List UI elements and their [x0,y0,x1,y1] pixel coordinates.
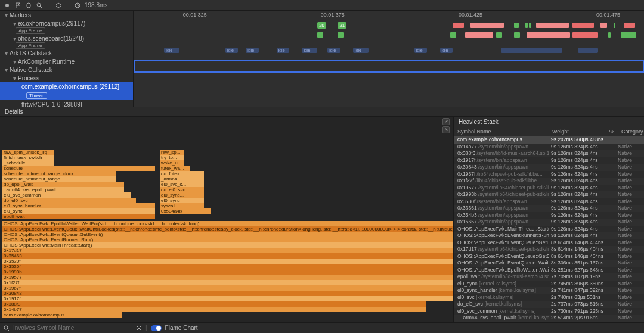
stack-row[interactable]: OHOS::AppExecFwk::EpollIoWaiter::WaitFor… [454,267,644,274]
flame-frame[interactable]: try_to... [160,155,184,160]
stack-row[interactable]: OHOS::AppExecFwk::EventRunner::Run() /sy… [454,232,644,239]
tree-row[interactable]: com.example.oxhorncampus [29112] [0,82,133,91]
flame-frame[interactable]: OHOS::AppExecFwk::MainThread::Start() [2,242,453,248]
flame-frame[interactable]: 0x14b77 [2,307,426,312]
timeline-bar[interactable] [572,23,594,28]
timeline-canvas[interactable]: 00:01.32500:01.37500:01.42500:01.475 202… [134,11,644,107]
flame-frame[interactable]: 0x35463 [2,253,453,259]
flame-frame[interactable]: el0_sync... [160,192,204,198]
stack-row[interactable]: epoll_wait /system/lib/ld-musl-aarch64.s… [454,273,644,281]
tree-row[interactable]: ▾Native Callstack [0,66,133,74]
app-frame-button[interactable]: App Frame [16,42,45,49]
flame-expand-icon[interactable]: ⤢ [442,118,450,125]
idle-bar[interactable]: idle [353,48,369,53]
flame-frame[interactable]: do_el0_svc [160,187,204,192]
timeline-bar[interactable] [600,23,606,28]
col-weight[interactable]: Weight [549,127,606,136]
tree-row[interactable]: ffrtwk/CPU-1-6 [29889] [0,100,133,107]
tree-row[interactable]: ▾Markers [0,11,133,19]
flame-frame[interactable]: wake_u... [160,160,184,166]
stack-row[interactable]: 0x15657 /system/bin/appspawn9s 126ms 824… [454,219,644,226]
timeline-bar[interactable] [614,23,615,28]
stack-row[interactable]: do_el0_svc [kernel.kallsyms]2s 737ms 973… [454,301,644,308]
flame-frame[interactable]: com.example.oxhorncampus [2,312,122,318]
symbol-search-input[interactable] [13,325,132,331]
timeline-bar[interactable] [624,23,635,28]
flag-icon[interactable] [14,2,21,9]
idle-bar[interactable]: idle [225,48,238,53]
stack-row[interactable]: 0x1967f /lib64/chipset-pub-sdk/libbe...9… [454,171,644,178]
app-frame-button[interactable]: App Frame [16,27,45,34]
stack-row[interactable]: __arm64_sys_epoll_pwait [kernel.kallsyms… [454,315,644,322]
tree-row[interactable]: ▾Process [0,74,133,82]
thread-button[interactable]: Thread [26,92,47,99]
stack-row[interactable]: OHOS::AppExecFwk::MainThread::Start() /s… [454,226,644,233]
stack-row[interactable]: OHOS::AppExecFwk::EventQueue::WaitUntilL… [454,260,644,267]
stack-row[interactable]: 0x33361 /system/bin/appspawn9s 126ms 824… [454,205,644,212]
process-tree[interactable]: ▾Markers▾ex.oxhorncampus(29117)App Frame… [0,11,134,107]
tree-row[interactable]: ▾ArkCompiler Runtime [0,57,133,66]
flame-frame[interactable]: _arm64_sys_epoll_pwait [2,187,124,192]
chevron-down-icon[interactable]: ▾ [13,58,18,65]
flame-frame[interactable]: _schedule [2,160,54,166]
tree-row[interactable]: ▾ex.oxhorncampus(29117) [0,19,133,27]
timeline-bar[interactable] [453,23,464,28]
flame-frame[interactable]: 0x1967f [2,285,453,291]
search-icon[interactable] [36,2,43,9]
stack-row[interactable]: 0x19577 /system/lib64/chipset-pub-sdk/li… [454,185,644,192]
stack-row[interactable]: OHOS::AppExecFwk::EventQueue::GetEvent()… [454,239,644,247]
flame-frame[interactable]: OHOS::AppExecFwk::EventQueue::WaitUntilL… [2,226,453,232]
timeline-bar[interactable] [536,23,569,28]
chevron-down-icon[interactable]: ▾ [13,75,18,82]
flame-frame[interactable]: el0_sync [2,208,155,214]
chevron-down-icon[interactable]: ▾ [13,35,18,42]
stack-row[interactable]: el0_svc [kernel.kallsyms]2s 740ms 63µs 5… [454,294,644,301]
flame-frame[interactable]: finish_task_switch [2,155,54,160]
frame-number-badge[interactable]: 20 [317,22,326,29]
flame-frame[interactable]: do_el0_svc [2,198,136,203]
flame-frame[interactable]: 0x30843 [2,291,453,296]
idle-bar[interactable] [501,48,562,53]
timeline-bar[interactable] [514,32,520,38]
flame-frame[interactable]: 0x1993b [2,269,453,275]
idle-bar[interactable]: idle [440,48,453,53]
flame-frame[interactable]: 0x388f3 [2,301,426,307]
flame-chart[interactable]: raw_spin_unlock_irqfinish_task_switch_sc… [0,117,453,322]
flame-collapse-icon[interactable]: ⤡ [442,126,450,133]
flame-frame[interactable]: syscall [160,203,204,208]
flame-frame[interactable]: 0x1f27f [2,280,453,285]
stack-row[interactable]: 0x354b3 /system/bin/appspawn9s 126ms 824… [454,212,644,219]
mouse-icon[interactable] [25,2,32,9]
flame-frame[interactable]: el0_svc_common [2,192,131,198]
flame-frame[interactable]: 0x3530f [2,264,453,269]
expand-icon[interactable] [55,2,62,9]
flame-frame[interactable]: OHOS::AppExecFwk::EpollIoWaiter::WaitFor… [2,221,453,226]
flame-frame[interactable]: schedule_hrtimeout_range [2,176,116,182]
idle-bar[interactable]: idle [246,48,258,53]
flame-frame[interactable]: 0x19577 [2,275,453,280]
flame-frame[interactable]: 0x504a4b [160,208,211,214]
chevron-down-icon[interactable]: ▾ [5,12,10,18]
stack-row[interactable]: 0x14b77 /system/bin/appspawn9s 126ms 824… [454,144,644,151]
timeline-bar[interactable] [529,23,531,28]
timeline-bar[interactable] [514,23,519,28]
flame-frame[interactable]: do_futex [160,171,204,176]
chevron-down-icon[interactable]: ▾ [5,50,10,57]
idle-bar[interactable]: idle [327,48,340,53]
stack-row[interactable]: el0_sync [kernel.kallsyms]2s 745ms 896µs… [454,281,644,288]
flame-frame[interactable]: OHOS::AppExecFwk::EventRunner::Run() [2,237,453,242]
idle-bar[interactable]: idle [414,48,427,53]
timeline-bar[interactable] [572,32,598,38]
search-icon[interactable] [4,325,10,331]
timeline-bar[interactable] [608,32,610,38]
stack-row[interactable]: 0x17d17 /system/lib64/chipset-pub-sdk/li… [454,246,644,253]
idle-bar[interactable] [578,48,598,53]
col-symbol[interactable]: Symbol Name [454,127,549,136]
idle-bar[interactable]: idle [302,48,317,53]
stack-row[interactable]: com.example.oxhorncampus9s 207ms 560µs 4… [454,136,644,144]
flame-frame[interactable]: raw_sp... [160,150,184,155]
stack-row[interactable]: 0x1993b /system/lib64/chipset-pub-sdk/li… [454,191,644,198]
flame-frame[interactable]: OHOS::AppExecFwk::EventQueue::GetEvent() [2,232,453,237]
timeline-bar[interactable] [527,32,570,38]
tree-row[interactable]: ▾ArkTS Callstack [0,49,133,57]
